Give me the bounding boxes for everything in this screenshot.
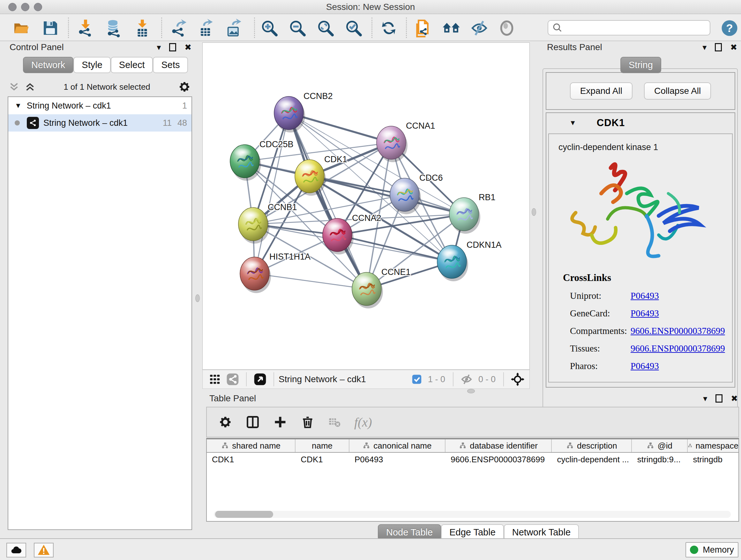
view-grid-icon[interactable] [209, 373, 221, 385]
tab-style[interactable]: Style [73, 57, 111, 73]
results-panel-float-icon[interactable] [715, 43, 722, 51]
network-node-CCNA1[interactable] [377, 126, 408, 162]
vertical-splitter-handle[interactable] [532, 208, 536, 216]
crosslinks-block: CrossLinks Uniprot: P06493 GeneCard: P06… [549, 272, 732, 371]
network-node-CDC25B[interactable] [230, 145, 261, 181]
network-node-CDK1[interactable] [295, 160, 326, 196]
hidden-eye-slash-icon[interactable] [461, 373, 473, 385]
expand-all-icon[interactable] [24, 81, 36, 92]
first-neighbors-button[interactable] [379, 18, 399, 38]
crosslink-label: Compartments: [570, 326, 630, 336]
export-table-button[interactable] [196, 18, 216, 38]
memory-button[interactable]: Memory [685, 542, 738, 557]
control-panel-menu-icon[interactable]: ▾ [157, 43, 161, 52]
table-panel-float-icon[interactable] [716, 394, 723, 402]
help-button[interactable]: ? [719, 18, 740, 38]
open-session-button[interactable] [11, 18, 32, 38]
table-settings-gear-icon[interactable] [218, 415, 232, 429]
table-panel-close-icon[interactable]: ✖ [731, 394, 738, 403]
collection-expand-icon[interactable]: ▼ [15, 102, 22, 110]
export-image-button[interactable] [224, 18, 245, 38]
vertical-splitter-handle[interactable] [195, 294, 200, 302]
tab-network[interactable]: Network [23, 57, 73, 73]
footer-separator [273, 372, 274, 386]
search-input[interactable] [563, 23, 697, 33]
network-canvas[interactable]: CCNB2CCNA1CDC25BCDK1CDC6RB1CCNB1CCNA2CDK… [202, 43, 530, 370]
warnings-button[interactable] [34, 543, 54, 557]
scrollbar-thumb[interactable] [215, 511, 273, 518]
collapse-all-icon[interactable] [8, 81, 20, 92]
control-panel-close-icon[interactable]: ✖ [185, 43, 192, 52]
view-network-icon[interactable] [226, 373, 239, 386]
results-panel-menu-icon[interactable]: ▾ [702, 43, 706, 52]
zoom-in-button[interactable] [259, 18, 280, 38]
cloud-status-button[interactable] [6, 543, 26, 557]
tab-sets[interactable]: Sets [153, 57, 188, 73]
column-header-canonical-name[interactable]: canonical name [349, 439, 446, 452]
function-builder-icon[interactable]: f(x) [354, 415, 372, 430]
column-header-id[interactable]: @id [632, 439, 688, 452]
svg-text:?: ? [726, 22, 733, 34]
network-node-CCNA2[interactable] [323, 219, 354, 254]
column-header-shared-name[interactable]: shared name [207, 439, 295, 452]
network-row-selected[interactable]: String Network – cdk1 11 48 [8, 114, 192, 132]
delete-table-icon[interactable] [328, 416, 341, 428]
fit-content-button[interactable] [315, 18, 336, 38]
birds-eye-view-icon[interactable] [254, 373, 266, 386]
network-edge-count: 48 [178, 118, 187, 128]
tab-string[interactable]: String [620, 57, 661, 73]
table-horizontal-scrollbar[interactable] [214, 511, 731, 518]
column-header-database-identifier[interactable]: database identifier [446, 439, 552, 452]
string-network-graph[interactable]: CCNB2CCNA1CDC25BCDK1CDC6RB1CCNB1CCNA2CDK… [203, 43, 529, 369]
network-options-gear-icon[interactable] [178, 80, 191, 93]
toolbar-separator [68, 17, 69, 38]
delete-column-icon[interactable] [300, 415, 315, 429]
column-header-namespace[interactable]: namespace [688, 439, 738, 452]
network-node-RB1[interactable] [449, 198, 480, 234]
network-node-CCNB2[interactable] [274, 97, 305, 132]
import-network-database-button[interactable] [104, 18, 124, 38]
table-row[interactable]: CDK1 CDK1 P06493 9606.ENSP00000378699 cy… [207, 453, 738, 467]
horizontal-splitter-handle[interactable] [467, 389, 475, 393]
column-header-description[interactable]: description [552, 439, 632, 452]
show-panels-button[interactable] [496, 18, 517, 38]
crosslink-link[interactable]: P06493 [630, 308, 659, 319]
column-header-name[interactable]: name [295, 439, 349, 452]
hide-panels-button[interactable] [469, 18, 489, 38]
table-toolbar: f(x) [206, 407, 739, 437]
crosslink-link[interactable]: 9606.ENSP00000378699 [630, 343, 725, 354]
network-node-HIST1H1A[interactable] [240, 257, 271, 293]
protein-structure-image [563, 155, 719, 270]
help-icon: ? [721, 19, 738, 37]
string-import-button[interactable] [413, 18, 433, 38]
table-panel-menu-icon[interactable]: ▾ [703, 394, 707, 403]
export-network-button[interactable] [169, 18, 189, 38]
node-table[interactable]: shared name name canonical name database… [206, 438, 739, 522]
import-table-file-button[interactable] [132, 18, 152, 38]
zoom-out-button[interactable] [287, 18, 308, 38]
show-columns-icon[interactable] [246, 415, 260, 429]
toolbar-separator [161, 17, 162, 38]
network-node-CDKN1A[interactable] [437, 245, 468, 281]
import-network-file-button[interactable] [75, 18, 96, 38]
crosslink-link[interactable]: 9606.ENSP00000378699 [630, 326, 725, 336]
crosslink-link[interactable]: P06493 [630, 291, 659, 301]
add-column-icon[interactable] [273, 415, 287, 429]
collapse-all-button[interactable]: Collapse All [644, 82, 711, 100]
network-node-CDC6[interactable] [390, 178, 421, 214]
string-home-button[interactable] [441, 18, 461, 38]
control-panel-float-icon[interactable] [169, 43, 176, 51]
expand-all-button[interactable]: Expand All [570, 82, 632, 100]
selected-checkbox-icon[interactable] [411, 374, 422, 385]
network-collection-row[interactable]: ▼ String Network – cdk1 1 [8, 97, 192, 114]
results-panel-close-icon[interactable]: ✖ [730, 43, 737, 52]
save-session-button[interactable] [40, 18, 61, 38]
crosslink-label: Pharos: [570, 361, 630, 371]
tab-select[interactable]: Select [111, 57, 153, 73]
zoom-selected-button[interactable] [343, 18, 364, 38]
namespace-icon [221, 442, 229, 449]
crosshair-icon[interactable] [511, 373, 524, 386]
network-node-CCNE1[interactable] [352, 272, 383, 308]
crosslink-link[interactable]: P06493 [630, 361, 659, 371]
gene-expand-icon[interactable]: ▼ [569, 119, 576, 127]
